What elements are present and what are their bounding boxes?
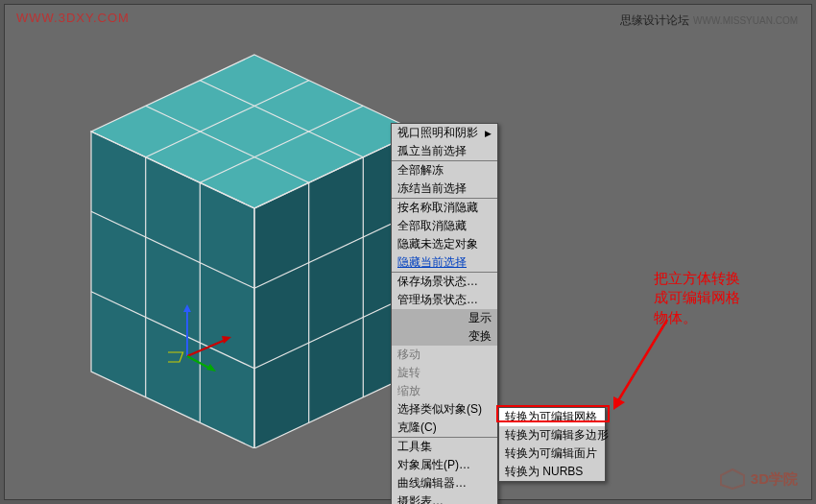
watermark-3d-academy: 3D学院 [720, 468, 798, 490]
annotation-text: 把立方体转换 成可编辑网格 物体。 [654, 269, 740, 327]
menu-item-8[interactable]: 保存场景状态… [392, 273, 497, 291]
menu-item-13[interactable]: 选择类似对象(S) [392, 400, 497, 419]
menu-item-4[interactable]: 按名称取消隐藏 [392, 199, 497, 217]
menu-item-9[interactable]: 管理场景状态… [392, 291, 497, 309]
menu-item-10[interactable]: 移动 [392, 346, 497, 364]
menu-item-1[interactable]: 孤立当前选择 [392, 142, 497, 160]
menu-header: 显示 [392, 309, 497, 327]
menu-item-7[interactable]: 隐藏当前选择 [392, 253, 497, 272]
menu-item-12[interactable]: 缩放 [392, 382, 497, 400]
menu-item-15[interactable]: 工具集 [392, 438, 497, 456]
menu-item-18[interactable]: 摄影表… [392, 492, 497, 504]
menu-item-2[interactable]: 全部解冻 [392, 161, 497, 180]
menu-item-6[interactable]: 隐藏未选定对象 [392, 235, 497, 253]
menu-item-5[interactable]: 全部取消隐藏 [392, 217, 497, 235]
submenu-item-1[interactable]: 转换为可编辑多边形 [499, 426, 605, 444]
svg-marker-26 [721, 469, 744, 489]
viewport[interactable]: WWW.3DXY.COM 思缘设计论坛WWW.MISSYUAN.COM [4, 4, 812, 500]
svg-marker-25 [613, 396, 625, 410]
submenu-item-3[interactable]: 转换为 NURBS [499, 463, 605, 481]
menu-item-3[interactable]: 冻结当前选择 [392, 180, 497, 198]
convert-to-submenu[interactable]: 转换为可编辑网格转换为可编辑多边形转换为可编辑面片转换为 NURBS [498, 407, 606, 482]
watermark-siyuan: 思缘设计论坛WWW.MISSYUAN.COM [620, 12, 798, 29]
context-menu[interactable]: 视口照明和阴影孤立当前选择全部解冻冻结当前选择按名称取消隐藏全部取消隐藏隐藏未选… [391, 123, 498, 504]
menu-item-0[interactable]: 视口照明和阴影 [392, 124, 497, 142]
menu-item-17[interactable]: 曲线编辑器… [392, 474, 497, 492]
watermark-3dxy: WWW.3DXY.COM [16, 11, 130, 25]
menu-item-11[interactable]: 旋转 [392, 364, 497, 382]
menu-item-16[interactable]: 对象属性(P)… [392, 456, 497, 474]
menu-item-14[interactable]: 克隆(C) [392, 419, 497, 437]
submenu-item-0[interactable]: 转换为可编辑网格 [499, 408, 605, 426]
submenu-item-2[interactable]: 转换为可编辑面片 [499, 444, 605, 463]
menu-header: 变换 [392, 327, 497, 346]
annotation-arrow [600, 312, 696, 418]
